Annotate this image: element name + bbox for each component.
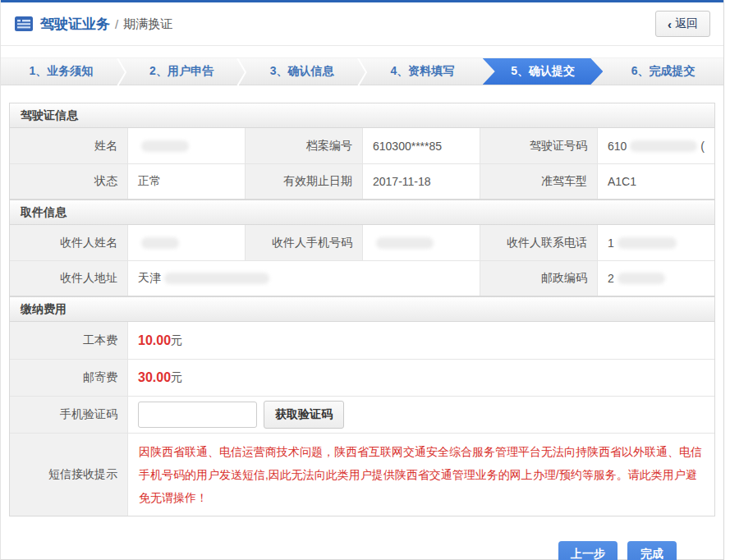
recipient-name-value (127, 225, 245, 260)
notice-text: 因陕西省联通、电信运营商技术问题，陕西省互联网交通安全综合服务管理平台无法向持陕… (127, 433, 714, 516)
chevron-left-icon: ‹ (668, 18, 672, 30)
redacted-blob (164, 273, 269, 284)
work-fee-value: 10.00 元 (127, 322, 714, 359)
step-2-user-declaration[interactable]: 2、用户申告 (122, 58, 242, 85)
work-fee-label: 工本费 (10, 322, 127, 359)
section-title: 取件信息 (10, 200, 714, 225)
step-separator-icon (357, 58, 367, 86)
license-services-icon (14, 16, 34, 32)
section-title: 缴纳费用 (10, 297, 714, 322)
license-no-label: 驾驶证号码 (480, 128, 597, 163)
license-no-value: 610 ( (597, 128, 714, 163)
redacted-blob (618, 273, 665, 284)
expiry-label: 有效期止日期 (245, 163, 362, 199)
redacted-blob (630, 140, 697, 152)
post-fee-unit: 元 (171, 370, 182, 385)
page-title: 驾驶证业务 (40, 15, 110, 34)
page-container: 驾驶证业务 / 期满换证 ‹ 返回 1、业务须知 2、用户申告 3、确认信息 (0, 0, 724, 560)
pickup-info-section: 取件信息 收件人姓名 收件人手机号码 收件人联系电话 1 收件人地址 天津 邮政… (9, 200, 715, 296)
step-separator-icon (117, 58, 126, 86)
recipient-name-label: 收件人姓名 (10, 225, 127, 260)
fees-section: 缴纳费用 工本费 10.00 元 邮寄费 30.00 元 手机验证码 获取验证码… (9, 296, 715, 516)
recipient-mobile-value (362, 225, 480, 260)
redacted-blob (618, 237, 677, 249)
sms-code-row: 获取验证码 (127, 396, 714, 433)
license-info-section: 驾驶证信息 姓名 档案编号 610300****85 驾驶证号码 610 ( 状… (9, 103, 715, 200)
address-label: 收件人地址 (10, 260, 127, 296)
file-no-label: 档案编号 (245, 128, 362, 163)
post-fee-value: 30.00 元 (127, 359, 714, 396)
get-code-button[interactable]: 获取验证码 (264, 401, 344, 429)
recipient-mobile-label: 收件人手机号码 (245, 225, 362, 260)
zip-label: 邮政编码 (480, 260, 597, 296)
redacted-blob (141, 140, 189, 152)
work-fee-unit: 元 (171, 333, 182, 348)
sms-code-label: 手机验证码 (10, 396, 127, 433)
step-navigation: 1、业务须知 2、用户申告 3、确认信息 4、资料填写 (1, 57, 723, 85)
work-fee-amount: 10.00 (138, 333, 171, 348)
zip-value: 2 (597, 260, 714, 296)
step-3-confirm-info[interactable]: 3、确认信息 (241, 58, 362, 85)
recipient-phone-label: 收件人联系电话 (480, 225, 597, 260)
finish-button[interactable]: 完成 (627, 541, 677, 560)
step-6-complete-submit[interactable]: 6、完成提交 (603, 58, 723, 85)
step-1-business-notice[interactable]: 1、业务须知 (1, 58, 122, 85)
footer-actions: 上一步 完成 (1, 541, 723, 560)
file-no-value: 610300****85 (362, 128, 480, 163)
step-separator-icon (236, 58, 246, 86)
step-5-confirm-submit[interactable]: 5、确认提交 (483, 58, 604, 85)
recipient-phone-value: 1 (597, 225, 714, 260)
breadcrumb-separator: / (115, 17, 118, 31)
back-button[interactable]: ‹ 返回 (655, 11, 710, 37)
vehicle-class-value: A1C1 (597, 163, 714, 199)
name-label: 姓名 (10, 128, 127, 163)
redacted-blob (376, 237, 434, 249)
post-fee-label: 邮寄费 (10, 359, 127, 396)
name-value (127, 128, 245, 163)
back-button-label: 返回 (675, 16, 698, 31)
status-value: 正常 (127, 163, 245, 199)
address-value: 天津 (127, 260, 480, 296)
previous-step-button[interactable]: 上一步 (558, 541, 618, 560)
page-header: 驾驶证业务 / 期满换证 ‹ 返回 (1, 2, 723, 46)
section-title: 驾驶证信息 (10, 103, 714, 128)
step-4-fill-data[interactable]: 4、资料填写 (362, 58, 483, 85)
breadcrumb-current: 期满换证 (123, 16, 172, 32)
notice-label: 短信接收提示 (10, 433, 127, 516)
sms-code-input[interactable] (138, 402, 257, 428)
vehicle-class-label: 准驾车型 (480, 163, 597, 199)
redacted-blob (141, 237, 179, 249)
expiry-value: 2017-11-18 (362, 163, 480, 199)
post-fee-amount: 30.00 (138, 370, 171, 385)
status-label: 状态 (10, 163, 127, 199)
